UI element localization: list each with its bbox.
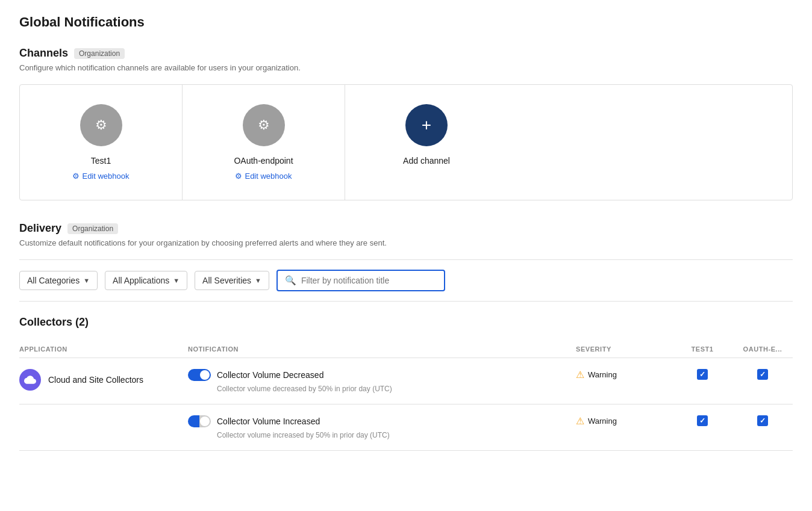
test1-checkbox-cell-2 [672,415,732,426]
toggle-2[interactable] [188,415,211,427]
oauth-checkbox-cell-1 [732,369,793,380]
add-channel-icon: + [405,104,448,146]
col-header-oauth: OAUTH-E... [732,345,793,353]
notification-title-1: Collector Volume Decreased [217,370,323,380]
categories-chevron-icon: ▼ [83,277,90,284]
delivery-section: Delivery Organization Customize default … [19,222,793,247]
search-input[interactable] [301,276,437,285]
severities-label: All Severities [202,276,251,285]
app-cell-collectors: Cloud and Site Collectors [19,369,188,391]
notification-cell-2: Collector Volume Increased Collector vol… [188,415,576,439]
collectors-title: Collectors (2) [19,316,793,329]
toggle-1[interactable] [188,369,211,381]
filters-bar: All Categories ▼ All Applications ▼ All … [19,259,793,302]
col-header-test1: TEST1 [672,345,732,353]
channels-grid: ⚙ Test1 ⚙ Edit webhook ⚙ OAuth-endpoint … [19,84,793,200]
edit-webhook-test1[interactable]: ⚙ Edit webhook [72,172,129,181]
gear-icon-test1: ⚙ [72,172,80,181]
add-channel-label: Add channel [403,156,450,166]
channels-description: Configure which notification channels ar… [19,63,793,72]
col-header-notification: NOTIFICATION [188,345,576,353]
page-title: Global Notifications [19,14,793,30]
channel-icon-oauth: ⚙ [243,104,285,146]
channel-name-oauth: OAuth-endpoint [234,156,293,166]
app-name-collectors: Cloud and Site Collectors [48,375,143,385]
severities-dropdown[interactable]: All Severities ▼ [195,271,269,290]
col-header-severity: SEVERITY [576,345,672,353]
warning-icon-1: ⚠ [576,369,584,380]
app-icon-collectors [19,369,41,391]
webhook-icon-oauth: ⚙ [258,117,270,133]
notification-desc-1: Collector volume decreased by 50% in pri… [188,385,576,393]
test1-checkbox-cell-1 [672,369,732,380]
delivery-title: Delivery [19,222,61,235]
channel-name-test1: Test1 [91,156,111,166]
gear-icon-oauth: ⚙ [235,172,242,181]
notification-title-search: 🔍 [276,270,445,291]
edit-webhook-oauth[interactable]: ⚙ Edit webhook [235,172,292,181]
plus-icon: + [422,116,431,135]
delivery-section-header: Delivery Organization [19,222,793,235]
severity-label-1: Warning [588,370,617,379]
channel-card-oauth[interactable]: ⚙ OAuth-endpoint ⚙ Edit webhook [183,85,345,200]
channels-badge: Organization [74,48,125,59]
delivery-badge: Organization [67,223,118,234]
col-header-application: APPLICATION [19,345,188,353]
cloud-icon [24,374,36,386]
channel-icon-test1: ⚙ [80,104,122,146]
categories-label: All Categories [27,276,80,285]
test1-checkbox-1[interactable] [697,369,708,380]
applications-dropdown[interactable]: All Applications ▼ [105,271,187,290]
page-container: Global Notifications Channels Organizati… [0,0,812,465]
applications-chevron-icon: ▼ [173,277,180,284]
table-row: Collector Volume Increased Collector vol… [19,404,793,451]
categories-dropdown[interactable]: All Categories ▼ [19,271,98,290]
test1-checkbox-2[interactable] [697,415,708,426]
notification-desc-2: Collector volume increased by 50% in pri… [188,431,576,439]
notification-row-2: Collector Volume Increased [188,415,576,427]
applications-label: All Applications [113,276,169,285]
severity-label-2: Warning [588,417,617,426]
notification-cell-1: Collector Volume Decreased Collector vol… [188,369,576,393]
severity-cell-1: ⚠ Warning [576,369,672,380]
oauth-checkbox-cell-2 [732,415,793,426]
search-icon: 🔍 [285,275,296,286]
warning-icon-2: ⚠ [576,415,584,427]
notification-row-1: Collector Volume Decreased [188,369,576,381]
oauth-checkbox-1[interactable] [757,369,768,380]
table-header: APPLICATION NOTIFICATION SEVERITY TEST1 … [19,341,793,358]
collectors-section: Collectors (2) APPLICATION NOTIFICATION … [19,302,793,451]
oauth-checkbox-2[interactable] [757,415,768,426]
delivery-description: Customize default notifications for your… [19,238,793,247]
add-channel-card[interactable]: + Add channel [345,85,508,200]
severities-chevron-icon: ▼ [255,277,261,284]
webhook-icon-test1: ⚙ [95,117,107,133]
channel-card-test1[interactable]: ⚙ Test1 ⚙ Edit webhook [20,85,183,200]
channels-section-header: Channels Organization [19,47,793,60]
table-row: Cloud and Site Collectors Collector Volu… [19,358,793,404]
severity-cell-2: ⚠ Warning [576,415,672,427]
channels-title: Channels [19,47,68,60]
notification-title-2: Collector Volume Increased [217,417,320,426]
